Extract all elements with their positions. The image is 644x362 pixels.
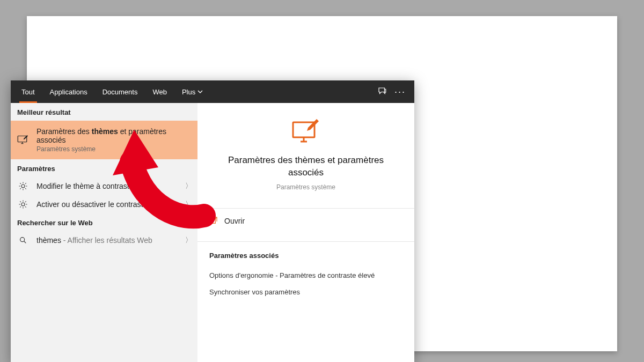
section-settings: Paramètres [11,159,197,177]
web-result-item[interactable]: thèmes - Afficher les résultats Web 〉 [11,231,197,249]
settings-result-toggle-contrast[interactable]: Activer ou désactiver le contraste élevé… [11,195,197,213]
brightness-icon [16,200,30,209]
detail-subtitle: Paramètres système [276,183,335,191]
windows-search-panel: Tout Applications Documents Web Plus ···… [11,80,414,362]
best-result-line-before: Paramètres des [36,127,92,136]
chevron-down-icon [197,89,203,94]
open-label: Ouvrir [224,217,245,225]
web-result-term: thèmes [36,236,61,245]
associated-settings-block: Paramètres associés Options d'ergonomie … [197,242,414,306]
svg-point-2 [21,203,25,206]
tab-documents[interactable]: Documents [95,80,145,103]
svg-point-1 [21,184,25,188]
settings-item-1-label: Modifier le thème à contraste élevé [36,182,179,190]
settings-result-contrast-theme[interactable]: Modifier le thème à contraste élevé 〉 [11,177,197,195]
best-result-text: Paramètres des thèmes et paramètres asso… [36,127,192,153]
section-web-search: Rechercher sur le Web [11,213,197,231]
detail-title: Paramètres des thèmes et paramètres asso… [225,154,386,179]
settings-item-2-label: Activer ou désactiver le contraste élevé [36,200,179,209]
chevron-right-icon: 〉 [185,235,192,245]
tab-more[interactable]: Plus [174,80,210,103]
web-result-text: thèmes - Afficher les résultats Web [36,236,179,245]
svg-point-3 [20,238,25,242]
detail-column: Paramètres des thèmes et paramètres asso… [197,103,414,362]
tab-applications[interactable]: Applications [42,80,95,103]
results-column: Meilleur résultat Paramètres des thèmes … [11,103,197,362]
brightness-icon [16,181,30,191]
best-result-item[interactable]: Paramètres des thèmes et paramètres asso… [11,121,197,159]
tab-more-label: Plus [182,88,195,96]
svg-rect-0 [18,136,27,142]
best-result-bold: thèmes [92,127,118,136]
search-tabs-bar: Tout Applications Documents Web Plus ··· [11,80,414,103]
tab-web[interactable]: Web [145,80,174,103]
open-action[interactable]: Ouvrir [197,209,414,234]
chevron-right-icon: 〉 [185,200,192,209]
associated-link-sync[interactable]: Synchroniser vos paramètres [209,284,402,300]
associated-settings-title: Paramètres associés [209,252,402,260]
web-result-suffix: - Afficher les résultats Web [61,236,152,245]
chevron-right-icon: 〉 [185,181,192,191]
tab-all[interactable]: Tout [14,80,42,103]
associated-link-ergonomics[interactable]: Options d'ergonomie - Paramètres de cont… [209,267,402,284]
personalize-icon [16,134,30,146]
personalize-large-icon [291,118,321,147]
search-body: Meilleur résultat Paramètres des thèmes … [11,103,414,362]
section-best-result: Meilleur résultat [11,103,197,121]
detail-header: Paramètres des thèmes et paramètres asso… [197,103,414,201]
best-result-subtitle: Paramètres système [36,145,192,153]
more-options-icon[interactable]: ··· [394,86,406,98]
feedback-icon[interactable] [377,86,387,98]
open-icon [209,216,218,226]
search-icon [16,236,30,245]
